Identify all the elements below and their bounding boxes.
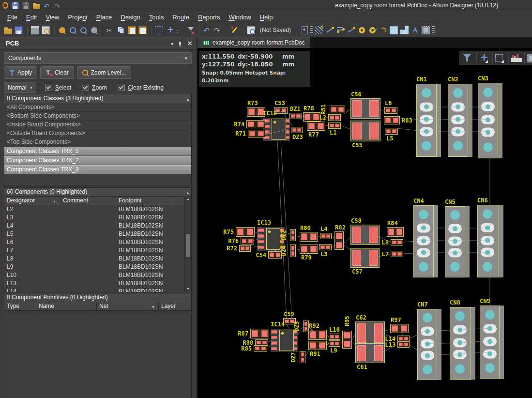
dots-icon[interactable]: [310, 26, 313, 34]
menu-view[interactable]: View: [41, 12, 63, 22]
menu-reports[interactable]: Reports: [194, 12, 225, 22]
component-row[interactable]: L4BLM18BD102SN: [4, 222, 191, 230]
class-list-item[interactable]: Component Classes TRX_1: [4, 147, 191, 156]
move-cross-icon[interactable]: [478, 53, 488, 63]
component-R75[interactable]: R75: [236, 227, 255, 237]
component-DZ3[interactable]: DZ3: [291, 127, 303, 133]
save-icon[interactable]: [12, 2, 19, 9]
component-R91[interactable]: R91: [308, 341, 327, 350]
component-row[interactable]: L8BLM18BD102SN: [4, 255, 191, 263]
measure-wand-icon[interactable]: [230, 26, 239, 34]
apply-button[interactable]: Apply: [4, 66, 37, 79]
component-C56[interactable]: C56: [350, 98, 380, 119]
component-R81[interactable]: R81: [330, 106, 345, 113]
print-icon[interactable]: [31, 26, 39, 34]
component-DZ7[interactable]: DZ7: [300, 351, 305, 363]
differential-pair-icon[interactable]: [336, 26, 345, 34]
component-R92[interactable]: R92: [308, 330, 327, 340]
cursor-cross-icon[interactable]: [166, 26, 174, 34]
component-R83[interactable]: R83: [384, 116, 400, 124]
save-icon[interactable]: [15, 26, 23, 34]
fill-icon[interactable]: [390, 26, 398, 34]
component-C54[interactable]: C54: [268, 251, 282, 259]
component-IC14[interactable]: IC14: [271, 329, 298, 352]
component-L7[interactable]: L7: [391, 251, 403, 257]
string-text-icon[interactable]: [411, 26, 419, 34]
select-area-icon[interactable]: [155, 26, 163, 34]
pcb-canvas[interactable]: example_copy room format.PcbDoc x:111.55…: [198, 37, 532, 398]
checkbox-clear-existing[interactable]: Clear Existing: [118, 84, 164, 91]
menu-tools[interactable]: Tools: [145, 12, 168, 22]
menu-file[interactable]: File: [3, 12, 22, 22]
checkbox-zoom[interactable]: Zoom: [82, 84, 107, 91]
component-row[interactable]: L3BLM18BD102SN: [4, 214, 191, 222]
component-R71[interactable]: R71: [248, 130, 265, 138]
copy-icon[interactable]: [117, 26, 125, 34]
component-CN6[interactable]: CN6: [477, 205, 503, 277]
component-C55[interactable]: C55: [350, 121, 380, 141]
column-comment[interactable]: Comment: [61, 197, 116, 205]
menu-design[interactable]: Design: [116, 12, 144, 22]
component-CN2[interactable]: CN2: [448, 84, 472, 157]
document-tab[interactable]: example_copy room format.PcbDoc: [198, 37, 310, 48]
cut-icon[interactable]: [106, 26, 115, 34]
dots-icon[interactable]: [432, 26, 435, 34]
print-preview-icon[interactable]: [42, 26, 50, 34]
zoom-document-icon[interactable]: [58, 26, 66, 34]
menu-route[interactable]: Route: [168, 12, 194, 22]
insight-chart-icon[interactable]: [510, 53, 520, 63]
column-layer[interactable]: Layer: [159, 302, 191, 310]
column-designator[interactable]: Designator: [4, 197, 61, 205]
component-R85[interactable]: R85: [254, 345, 267, 352]
class-list-item[interactable]: <Top Side Components>: [4, 138, 191, 147]
component-row[interactable]: L10BLM18BD102SN: [4, 271, 191, 279]
undo-icon[interactable]: [44, 2, 51, 9]
menu-place[interactable]: Place: [92, 12, 117, 22]
panel-pin-icon[interactable]: [178, 42, 182, 46]
zoom-level-button[interactable]: Zoom Level...: [77, 66, 132, 79]
interactive-routing-icon[interactable]: [315, 26, 323, 34]
dropdown-icon[interactable]: [302, 26, 308, 34]
scroll-up-icon[interactable]: ▲: [186, 95, 190, 104]
menu-edit[interactable]: Edit: [22, 12, 41, 22]
component-DZ4[interactable]: DZ4: [290, 245, 296, 257]
class-list-item[interactable]: <Bottom Side Components>: [4, 112, 191, 121]
area-select-icon[interactable]: [494, 53, 504, 63]
class-list-item[interactable]: Component Classes TRX_3: [4, 165, 191, 174]
component-R76[interactable]: R76: [241, 238, 254, 245]
component-L3[interactable]: L3: [319, 244, 332, 250]
scroll-up-icon[interactable]: ▲: [185, 196, 191, 202]
open-document-icon[interactable]: [4, 26, 12, 34]
component-row[interactable]: L6BLM18BD102SN: [4, 238, 191, 246]
component-L6[interactable]: L6: [384, 107, 397, 114]
paste-icon[interactable]: [128, 26, 136, 34]
highlight-mode-dropdown[interactable]: Normal: [4, 82, 36, 93]
component-R79[interactable]: R79: [300, 245, 318, 254]
component-CN5[interactable]: CN5: [445, 206, 470, 277]
component-R82[interactable]: R82: [334, 231, 344, 250]
redo-icon[interactable]: [54, 2, 61, 9]
browse-document-icon[interactable]: [247, 26, 255, 34]
multi-route-icon[interactable]: [347, 26, 355, 34]
component-L4[interactable]: L4: [320, 233, 332, 239]
checkbox-select[interactable]: Select: [45, 84, 71, 91]
column-footprint[interactable]: Footprint: [116, 197, 171, 205]
scrollbar-thumb[interactable]: [186, 234, 190, 257]
component-C58[interactable]: C58: [350, 225, 380, 245]
component-CN4[interactable]: CN4: [413, 205, 438, 277]
component-CN9[interactable]: CN9: [480, 306, 504, 379]
component-CN3[interactable]: CN3: [478, 83, 502, 158]
redo-icon[interactable]: [214, 26, 222, 34]
open-icon[interactable]: [33, 2, 40, 9]
component-chip-icon[interactable]: [526, 53, 532, 63]
component-R72[interactable]: R72: [239, 245, 251, 252]
arc-icon[interactable]: [379, 26, 387, 34]
align-icon[interactable]: [176, 26, 184, 34]
class-list-item[interactable]: <All Components>: [4, 103, 191, 112]
column-type[interactable]: Type: [4, 302, 36, 310]
paste-special-icon[interactable]: [138, 26, 147, 34]
menu-project[interactable]: Project: [63, 12, 91, 22]
component-CN1[interactable]: CN1: [416, 84, 441, 157]
component-R74[interactable]: R74: [246, 120, 265, 128]
component-L5[interactable]: L5: [385, 128, 398, 135]
